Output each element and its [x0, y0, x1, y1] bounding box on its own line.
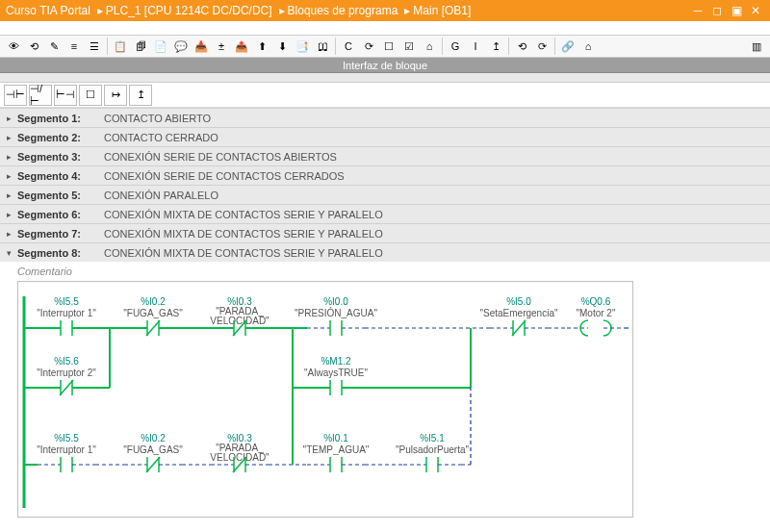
segment-body: Comentario %I5.5"Interruptor 1"%I0.2"FUG… — [0, 262, 770, 525]
segment-description: CONTACTO CERRADO — [104, 132, 218, 143]
segment-header[interactable]: ▸ Segmento 1: CONTACTO ABIERTO — [0, 108, 770, 127]
segment-description: CONEXIÓN SERIE DE CONTACTOS ABIERTOS — [104, 151, 337, 163]
svg-text:%I0.2: %I0.2 — [141, 296, 166, 307]
segment-header[interactable]: ▸ Segmento 3: CONEXIÓN SERIE DE CONTACTO… — [0, 146, 770, 165]
main-toolbar: 👁 ⟲ ✎ ≡ ☰ 📋 🗐 📄 💬 📥 ± 📤 ⬆ ⬇ 📑 🕮 C ⟳ ☐ ☑ … — [0, 35, 770, 58]
svg-text:"Interruptor 1": "Interruptor 1" — [37, 308, 96, 318]
tool-icon[interactable]: ⟲ — [512, 37, 531, 56]
caret-icon: ▸ — [0, 229, 17, 239]
svg-text:VELOCIDAD": VELOCIDAD" — [210, 452, 270, 463]
tool-icon[interactable]: ☰ — [85, 37, 104, 56]
segment-label: Segmento 8: — [17, 247, 104, 259]
contact-closed-tool[interactable]: ⊣/⊢ — [29, 85, 52, 106]
tool-icon[interactable]: 🕮 — [313, 37, 332, 56]
tool-icon[interactable]: 📥 — [192, 37, 211, 56]
chevron-right-icon: ▸ — [97, 4, 103, 17]
segment-header[interactable]: ▸ Segmento 4: CONEXIÓN SERIE DE CONTACTO… — [0, 165, 770, 185]
svg-text:%I5.6: %I5.6 — [54, 356, 79, 367]
svg-text:%M1.2: %M1.2 — [321, 356, 351, 367]
collapse-bar[interactable] — [0, 73, 770, 83]
ladder-canvas[interactable]: %I5.5"Interruptor 1"%I0.2"FUGA_GAS"%I0.3… — [17, 281, 633, 518]
branch-tool[interactable]: ↦ — [104, 85, 127, 106]
tool-icon[interactable]: ⟳ — [532, 37, 552, 56]
segment-description: CONEXIÓN MIXTA DE CONTACTOS SERIE Y PARA… — [104, 228, 383, 240]
tool-icon[interactable]: ⌂ — [420, 37, 439, 56]
svg-line-24 — [512, 320, 526, 336]
tool-icon[interactable]: ≡ — [64, 37, 84, 56]
tool-icon[interactable]: ☐ — [379, 37, 398, 56]
tool-icon[interactable]: ⟲ — [24, 37, 43, 56]
breadcrumb[interactable]: Bloques de programa — [288, 4, 398, 17]
tool-icon[interactable]: ▥ — [747, 37, 766, 56]
tool-icon[interactable]: I — [466, 37, 485, 56]
caret-icon: ▸ — [0, 171, 17, 181]
segment-label: Segmento 7: — [17, 228, 104, 240]
segment-header[interactable]: ▸ Segmento 5: CONEXIÓN PARALELO — [0, 185, 770, 204]
tool-icon[interactable]: 📋 — [111, 37, 130, 56]
tool-icon[interactable]: ✎ — [44, 37, 64, 56]
segment-label: Segmento 4: — [17, 170, 104, 182]
minimize-button[interactable]: ─ — [689, 4, 706, 17]
caret-icon: ▸ — [0, 152, 17, 162]
tool-icon[interactable]: 👁 — [4, 37, 23, 56]
svg-text:"Interruptor 2": "Interruptor 2" — [37, 367, 96, 378]
svg-line-31 — [60, 380, 73, 395]
ladder-diagram[interactable]: %I5.5"Interruptor 1"%I0.2"FUGA_GAS"%I0.3… — [18, 282, 634, 519]
svg-text:%I0.0: %I0.0 — [323, 296, 348, 307]
tool-icon[interactable]: 🗐 — [131, 37, 150, 56]
svg-text:%I5.1: %I5.1 — [420, 433, 445, 443]
tool-icon[interactable]: 📄 — [151, 37, 170, 56]
tool-icon[interactable]: ± — [212, 37, 231, 56]
svg-text:%I5.0: %I5.0 — [506, 296, 531, 307]
tool-icon[interactable]: ⬆ — [252, 37, 271, 56]
tool-icon[interactable]: G — [446, 37, 465, 56]
svg-text:%I5.5: %I5.5 — [54, 433, 79, 443]
interface-bar[interactable]: Interfaz de bloque — [0, 58, 770, 73]
branch-close-tool[interactable]: ↥ — [129, 85, 152, 106]
segment-description: CONEXIÓN PARALELO — [104, 190, 218, 201]
svg-text:"FUGA_GAS": "FUGA_GAS" — [123, 308, 183, 318]
segment-label: Segmento 2: — [17, 132, 104, 143]
svg-text:VELOCIDAD": VELOCIDAD" — [210, 316, 270, 326]
chevron-right-icon: ▸ — [404, 4, 410, 17]
svg-text:"PRESIÓN_AGUA": "PRESIÓN_AGUA" — [295, 307, 377, 318]
segment-label: Segmento 1: — [17, 113, 104, 124]
tool-icon[interactable]: ⬇ — [272, 37, 292, 56]
breadcrumb[interactable]: Main [OB1] — [413, 4, 471, 17]
segment-list: ▸ Segmento 1: CONTACTO ABIERTO ▸ Segment… — [0, 108, 770, 532]
tool-icon[interactable]: ↥ — [486, 37, 505, 56]
box-tool[interactable]: ☐ — [79, 85, 102, 106]
tool-icon[interactable]: 📑 — [293, 37, 312, 56]
segment-header[interactable]: ▸ Segmento 2: CONTACTO CERRADO — [0, 127, 770, 146]
tool-icon[interactable]: ☑ — [399, 37, 419, 56]
segment-header[interactable]: ▾ Segmento 8: CONEXIÓN MIXTA DE CONTACTO… — [0, 242, 770, 262]
coil-tool[interactable]: ⊢⊣ — [54, 85, 77, 106]
breadcrumb[interactable]: Curso TIA Portal — [6, 4, 90, 17]
segment-label: Segmento 6: — [17, 209, 104, 220]
breadcrumb[interactable]: PLC_1 [CPU 1214C DC/DC/DC] — [106, 4, 272, 17]
segment-header[interactable]: ▸ Segmento 7: CONEXIÓN MIXTA DE CONTACTO… — [0, 223, 770, 242]
segment-label: Segmento 5: — [17, 190, 104, 201]
tool-icon[interactable]: C — [339, 37, 358, 56]
svg-text:"Interruptor 1": "Interruptor 1" — [37, 444, 96, 455]
contact-open-tool[interactable]: ⊣⊢ — [4, 85, 27, 106]
tool-icon[interactable]: ⟳ — [359, 37, 378, 56]
restore-button[interactable]: ◻ — [708, 4, 726, 17]
tool-icon[interactable]: 💬 — [171, 37, 191, 56]
spacer — [0, 21, 770, 35]
segment-header[interactable]: ▸ Segmento 6: CONEXIÓN MIXTA DE CONTACTO… — [0, 204, 770, 223]
tool-icon[interactable]: 📤 — [232, 37, 251, 56]
segment-description: CONEXIÓN SERIE DE CONTACTOS CERRADOS — [104, 170, 345, 182]
caret-icon: ▸ — [0, 210, 17, 219]
svg-text:%I5.5: %I5.5 — [54, 296, 79, 307]
caret-icon: ▸ — [0, 114, 17, 123]
tool-icon[interactable]: ⌂ — [578, 37, 598, 56]
maximize-button[interactable]: ▣ — [728, 4, 745, 17]
svg-text:%Q0.6: %Q0.6 — [581, 296, 611, 307]
segment-label: Segmento 3: — [17, 151, 104, 163]
caret-icon: ▸ — [0, 133, 17, 142]
tool-icon[interactable]: 🔗 — [558, 37, 578, 56]
comment-field[interactable]: Comentario — [17, 266, 762, 277]
close-button[interactable]: ✕ — [747, 4, 764, 17]
svg-text:%I0.1: %I0.1 — [323, 433, 348, 443]
